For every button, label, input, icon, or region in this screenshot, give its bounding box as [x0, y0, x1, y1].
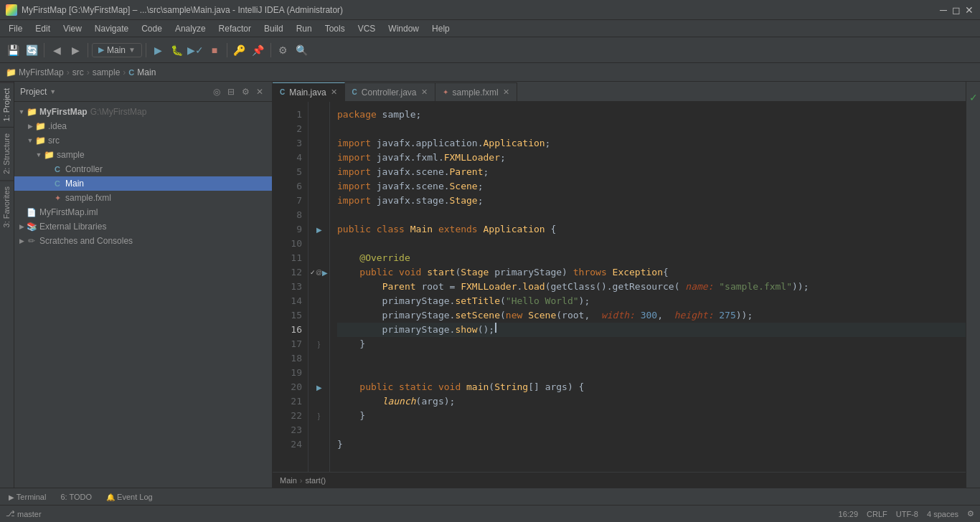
- tree-item-extlib[interactable]: ▶ 📚 External Libraries: [14, 219, 272, 234]
- tree-item-iml[interactable]: 📄 MyFirstMap.iml: [14, 205, 272, 219]
- bc-main[interactable]: Main: [137, 67, 156, 77]
- menu-run[interactable]: Run: [291, 22, 318, 35]
- forward-button[interactable]: ▶: [67, 42, 84, 59]
- collapse-all-button[interactable]: ⊟: [225, 85, 237, 98]
- code-content[interactable]: package sample; import javafx.applicatio…: [330, 102, 966, 472]
- toolbar-sep-5: [270, 43, 271, 57]
- code-line-6: import javafx.scene.Scene;: [337, 179, 966, 194]
- search-everywhere-button[interactable]: 🔍: [293, 42, 311, 59]
- menu-window[interactable]: Window: [382, 22, 425, 35]
- menu-navigate[interactable]: Navigate: [89, 22, 134, 35]
- editor-bc-main: Main: [280, 476, 297, 485]
- gutter-9-run[interactable]: ▶: [308, 222, 329, 237]
- toolbar-sep-4: [227, 43, 227, 57]
- git-branch-label: master: [17, 510, 42, 518]
- locate-file-button[interactable]: ◎: [210, 85, 223, 98]
- tab-controller-java[interactable]: C Controller.java ✕: [345, 82, 435, 101]
- run-coverage-button[interactable]: ▶✓: [187, 42, 204, 59]
- menu-file[interactable]: File: [3, 22, 28, 35]
- toolbar-sep-2: [88, 43, 88, 57]
- tree-item-sample[interactable]: ▼ 📁 sample: [14, 148, 272, 162]
- menu-code[interactable]: Code: [136, 22, 168, 35]
- tree-item-scratches[interactable]: ▶ ✏ Scratches and Consoles: [14, 234, 272, 248]
- stop-button[interactable]: ■: [206, 42, 223, 59]
- line-endings-indicator[interactable]: CRLF: [867, 510, 887, 518]
- tab-event-log[interactable]: 🔔 Event Log: [100, 491, 159, 503]
- editor-breadcrumb: Main › start(): [273, 472, 966, 488]
- code-line-24: }: [337, 437, 966, 452]
- terminal-icon: ▶: [9, 493, 14, 501]
- checkmark-icon: ✓: [969, 92, 978, 103]
- editor-bc-sep: ›: [300, 476, 303, 485]
- project-settings-button[interactable]: ⚙: [239, 85, 252, 98]
- tree-item-main[interactable]: C Main: [14, 176, 272, 191]
- tree-label-idea: .idea: [48, 121, 67, 131]
- settings-button[interactable]: ⚙: [275, 42, 292, 59]
- settings-gear-icon[interactable]: ⚙: [967, 509, 974, 518]
- run-config-selector[interactable]: ▶ Main ▼: [92, 43, 142, 57]
- menu-analyze[interactable]: Analyze: [169, 22, 212, 35]
- show-bookmarks-button[interactable]: 📌: [250, 42, 267, 59]
- tab-main-java[interactable]: C Main.java ✕: [273, 82, 345, 101]
- gutter-20-run[interactable]: ▶: [308, 380, 329, 394]
- sync-button[interactable]: 🔄: [23, 42, 40, 59]
- run-button[interactable]: ▶: [150, 42, 167, 59]
- bc-project[interactable]: MyFirstMap: [19, 67, 64, 77]
- toggle-bookmark-button[interactable]: 🔑: [231, 42, 248, 59]
- code-gutter: ▶ ✓ @ ▶ } ▶ }: [308, 102, 330, 472]
- menu-edit[interactable]: Edit: [29, 22, 56, 35]
- tree-item-myfirstmap[interactable]: ▼ 📁 MyFirstMap G:\MyFirstMap: [14, 105, 272, 119]
- tree-item-controller[interactable]: C Controller: [14, 162, 272, 176]
- extlib-icon: 📚: [26, 221, 37, 232]
- menu-help[interactable]: Help: [426, 22, 456, 35]
- sample-fxml-tab-close[interactable]: ✕: [503, 87, 509, 97]
- tab-structure[interactable]: 2: Structure: [0, 127, 14, 180]
- tab-sample-fxml[interactable]: ✦ sample.fxml ✕: [435, 82, 517, 101]
- line-num-20: 20: [273, 380, 302, 394]
- minimize-button[interactable]: ─: [938, 5, 948, 15]
- controller-java-tab-icon: C: [352, 88, 357, 96]
- menu-vcs[interactable]: VCS: [352, 22, 382, 35]
- code-line-11: @Override: [337, 251, 966, 265]
- main-java-tab-close[interactable]: ✕: [331, 87, 337, 97]
- tree-item-fxml[interactable]: ✦ sample.fxml: [14, 191, 272, 205]
- close-button[interactable]: ✕: [964, 5, 974, 15]
- tree-path-myfirstmap: G:\MyFirstMap: [90, 107, 147, 117]
- tree-item-src[interactable]: ▼ 📁 src: [14, 133, 272, 148]
- line-num-19: 19: [273, 366, 302, 380]
- tab-terminal[interactable]: ▶ Terminal: [3, 491, 52, 503]
- bc-sample[interactable]: sample: [93, 67, 121, 77]
- gutter-18: [308, 351, 329, 366]
- line-num-2: 2: [273, 122, 302, 136]
- tab-favorites[interactable]: 3: Favorites: [0, 180, 14, 233]
- back-button[interactable]: ◀: [48, 42, 65, 59]
- line-num-9: 9: [273, 222, 302, 237]
- indent-indicator[interactable]: 4 spaces: [927, 510, 958, 518]
- scratches-icon: ✏: [26, 235, 37, 247]
- code-line-18: [337, 351, 966, 366]
- gutter-12-run[interactable]: ✓ @ ▶: [308, 265, 329, 280]
- tab-project[interactable]: 1: Project: [0, 82, 14, 127]
- controller-java-tab-close[interactable]: ✕: [421, 87, 428, 97]
- git-branch[interactable]: ⎇ master: [6, 509, 42, 518]
- tree-label-scratches: Scratches and Consoles: [39, 236, 133, 246]
- right-sidebar: ✓: [966, 82, 980, 488]
- maximize-button[interactable]: ◻: [951, 5, 961, 15]
- close-panel-button[interactable]: ✕: [253, 85, 266, 98]
- gutter-11: [308, 251, 329, 265]
- line-num-24: 24: [273, 437, 302, 452]
- bc-src[interactable]: src: [72, 67, 84, 77]
- code-line-9: public class Main extends Application {: [337, 222, 966, 237]
- gutter-5: [308, 165, 329, 179]
- menu-view[interactable]: View: [57, 22, 88, 35]
- save-all-button[interactable]: 💾: [4, 42, 22, 59]
- encoding-indicator[interactable]: UTF-8: [896, 510, 918, 518]
- debug-button[interactable]: 🐛: [169, 42, 186, 59]
- menu-refactor[interactable]: Refactor: [213, 22, 257, 35]
- menu-build[interactable]: Build: [258, 22, 289, 35]
- menu-tools[interactable]: Tools: [319, 22, 351, 35]
- tree-item-idea[interactable]: ▶ 📁 .idea: [14, 119, 272, 133]
- tab-todo[interactable]: 6: TODO: [55, 491, 98, 503]
- line-num-12: 12: [273, 265, 302, 280]
- line-col-indicator[interactable]: 16:29: [839, 510, 859, 518]
